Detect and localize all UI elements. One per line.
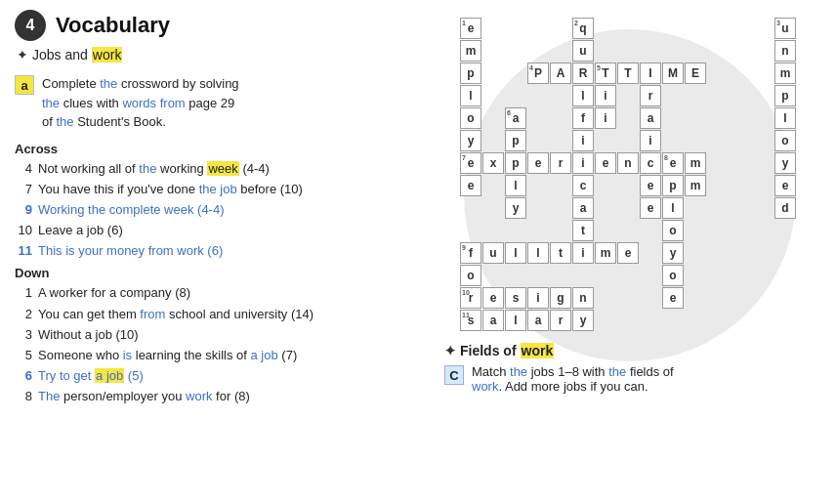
cell — [527, 265, 549, 286]
cell — [482, 130, 504, 151]
clue-text-9: Working the complete week (4-4) — [38, 201, 425, 219]
clue-num-2: 2 — [15, 306, 32, 323]
cell — [730, 130, 751, 151]
instruction-line2: the clues with words from page 29 — [42, 96, 234, 110]
cell — [527, 175, 549, 196]
cell: e — [640, 175, 661, 196]
cell: a — [640, 107, 661, 129]
cell — [550, 40, 571, 62]
clue-row: 10 Leave a job (6) — [15, 222, 425, 239]
cell: l — [505, 175, 526, 196]
cell: o — [774, 130, 796, 151]
cell: i — [572, 242, 594, 264]
clue-num-7: 7 — [15, 181, 32, 198]
cell: i — [527, 287, 549, 309]
cell: l — [505, 242, 526, 264]
cell — [617, 220, 639, 241]
clue-text-4: Not working all of the working week (4-4… — [38, 160, 425, 178]
cell: p — [505, 130, 526, 151]
cell: u — [482, 242, 504, 264]
cell: n — [617, 152, 639, 174]
clue-num-10: 10 — [15, 222, 32, 239]
cell: o — [662, 220, 684, 241]
cell: t — [572, 220, 594, 241]
clue-row: 6 Try to get a job (5) — [15, 367, 425, 385]
cell — [550, 220, 571, 241]
fields-title-hl: work — [521, 343, 555, 358]
cell — [707, 265, 729, 286]
cell — [685, 107, 706, 129]
cell — [505, 18, 526, 39]
cell: a — [572, 197, 594, 219]
cell — [482, 40, 504, 62]
cell — [640, 220, 661, 241]
cell: e — [640, 197, 661, 219]
cell: y — [460, 130, 481, 151]
clue-text-8: The person/employer you work for (8) — [38, 388, 425, 405]
cell — [707, 85, 729, 106]
cell: p — [460, 63, 481, 84]
cell — [482, 63, 504, 84]
cell: p — [505, 152, 526, 174]
cell — [685, 310, 706, 331]
cell: i — [640, 130, 661, 151]
cell: m — [460, 40, 481, 62]
cell — [640, 18, 661, 39]
cell: t — [550, 242, 571, 264]
cell: e — [662, 287, 684, 309]
clue-row: 4 Not working all of the working week (4… — [15, 160, 425, 178]
down-heading: Down — [15, 266, 425, 280]
cell — [617, 265, 639, 286]
cell: 4P — [527, 63, 549, 84]
cell — [707, 40, 729, 62]
cell — [617, 310, 639, 331]
vocab-subtitle: ✦ Jobs and work — [17, 47, 425, 63]
clue-row: 11 This is your money from work (6) — [15, 242, 425, 260]
cell — [707, 242, 729, 264]
cell — [707, 220, 729, 241]
cell: T — [617, 63, 639, 84]
cell — [752, 107, 773, 129]
clue-row: 3 Without a job (10) — [15, 326, 425, 344]
instruction-line3: of the Student's Book. — [42, 114, 166, 129]
badge-a: a — [15, 75, 34, 95]
cell — [595, 197, 616, 219]
cell: c — [640, 152, 661, 174]
crossword-wrapper: 1e2q3umunp4PAR5TTIMEmllirpo6afialypiio7e… — [460, 18, 796, 331]
cell — [550, 265, 571, 286]
cell — [685, 85, 706, 106]
clue-text-10: Leave a job (6) — [38, 222, 425, 239]
cell — [617, 107, 639, 129]
cell — [505, 40, 526, 62]
cell — [730, 220, 751, 241]
cell — [550, 18, 571, 39]
cell — [460, 220, 481, 241]
cell: 8e — [662, 152, 684, 174]
cell — [662, 310, 684, 331]
cell: l — [460, 85, 481, 106]
across-heading: Across — [15, 142, 425, 156]
cell — [730, 287, 751, 309]
fields-body: C Match the jobs 1–8 with the fields ofw… — [444, 364, 821, 394]
cell: r — [550, 310, 571, 331]
cell — [707, 18, 729, 39]
cell — [550, 175, 571, 196]
cell: n — [572, 287, 594, 309]
crossword-grid: 1e2q3umunp4PAR5TTIMEmllirpo6afialypiio7e… — [460, 18, 796, 331]
cell — [550, 85, 571, 106]
clue-row: 9 Working the complete week (4-4) — [15, 201, 425, 219]
cell — [617, 40, 639, 62]
cell: M — [662, 63, 684, 84]
cell: 11s — [460, 310, 481, 331]
clue-row: 8 The person/employer you work for (8) — [15, 388, 425, 405]
cell — [595, 287, 616, 309]
cell: d — [774, 197, 796, 219]
clue-text-7: You have this if you've done the job bef… — [38, 181, 425, 198]
cell — [662, 18, 684, 39]
cell: a — [482, 310, 504, 331]
cell: l — [527, 242, 549, 264]
clue-text-2: You can get them from school and univers… — [38, 306, 425, 323]
cell — [505, 265, 526, 286]
cell — [685, 40, 706, 62]
cell: g — [550, 287, 571, 309]
